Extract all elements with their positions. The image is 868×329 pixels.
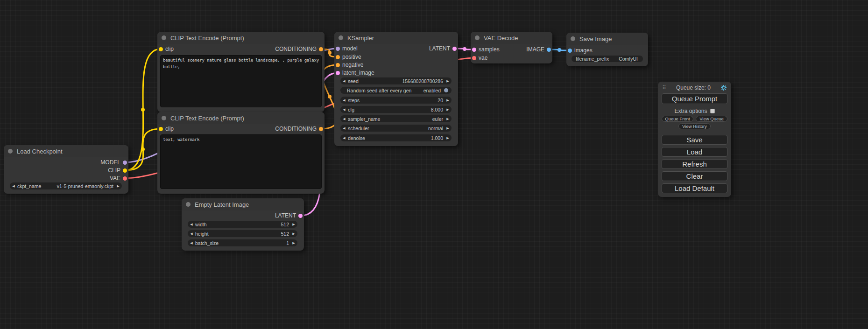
increment-arrow-icon[interactable]: ▶ xyxy=(114,182,122,189)
menu-header: ⠿ Queue size: 0 xyxy=(662,84,727,91)
node-title-bar[interactable]: KSampler xyxy=(334,32,458,44)
node-ksampler[interactable]: KSampler model LATENT positive negative … xyxy=(334,32,458,146)
input-port-images[interactable] xyxy=(568,49,572,53)
widget-cfg[interactable]: ◀ cfg 8.000 ▶ xyxy=(340,106,452,113)
output-port-latent[interactable] xyxy=(298,214,303,218)
increment-arrow-icon[interactable]: ▶ xyxy=(290,239,297,246)
queue-front-button[interactable]: Queue Front xyxy=(662,116,693,122)
decrement-arrow-icon[interactable]: ◀ xyxy=(188,221,195,228)
widget-seed[interactable]: ◀ seed 156680208700286 ▶ xyxy=(340,77,452,84)
increment-arrow-icon[interactable]: ▶ xyxy=(444,134,452,141)
input-port-latent-image[interactable] xyxy=(336,71,340,75)
decrement-arrow-icon[interactable]: ◀ xyxy=(340,115,348,122)
widget-steps[interactable]: ◀ steps 20 ▶ xyxy=(340,97,452,104)
output-port-vae[interactable] xyxy=(123,176,127,181)
widget-batch-size[interactable]: ◀ batch_size 1 ▶ xyxy=(188,239,297,246)
decrement-arrow-icon[interactable]: ◀ xyxy=(340,106,348,113)
decrement-arrow-icon[interactable]: ◀ xyxy=(188,230,195,237)
increment-arrow-icon[interactable]: ▶ xyxy=(444,97,452,104)
input-port-positive[interactable] xyxy=(336,55,340,59)
output-port-latent[interactable] xyxy=(452,47,457,51)
widget-ckpt-name[interactable]: ◀ ckpt_name v1-5-pruned-emaonly.ckpt ▶ xyxy=(10,182,122,189)
increment-arrow-icon[interactable]: ▶ xyxy=(290,230,297,237)
link-midpoint-dot xyxy=(463,47,466,51)
input-port-model[interactable] xyxy=(336,47,340,51)
node-vae-decode[interactable]: VAE Decode samples IMAGE vae xyxy=(471,32,552,63)
widget-width[interactable]: ◀ width 512 ▶ xyxy=(188,221,297,228)
load-button[interactable]: Load xyxy=(662,147,727,157)
refresh-button[interactable]: Refresh xyxy=(662,159,727,169)
input-port-vae[interactable] xyxy=(472,56,476,60)
prompt-textarea[interactable]: text, watermark xyxy=(160,134,322,189)
settings-gear-icon[interactable] xyxy=(720,84,727,91)
node-clip-text-encode-negative[interactable]: CLIP Text Encode (Prompt) clip CONDITION… xyxy=(157,112,325,194)
collapse-dot-icon[interactable] xyxy=(8,149,13,154)
widget-height[interactable]: ◀ height 512 ▶ xyxy=(188,230,297,237)
decrement-arrow-icon[interactable]: ◀ xyxy=(340,134,348,141)
node-graph-canvas[interactable]: Load Checkpoint MODEL CLIP VAE ◀ ckpt_na… xyxy=(0,0,868,329)
node-clip-text-encode-positive[interactable]: CLIP Text Encode (Prompt) clip CONDITION… xyxy=(157,32,325,112)
prompt-textarea[interactable]: beautiful scenery nature glass bottle la… xyxy=(160,55,322,107)
output-port-conditioning[interactable] xyxy=(319,127,323,131)
port-row: latent_image xyxy=(334,69,458,77)
increment-arrow-icon[interactable]: ▶ xyxy=(290,221,297,228)
collapse-dot-icon[interactable] xyxy=(186,202,191,207)
save-button[interactable]: Save xyxy=(662,135,727,145)
input-port-samples[interactable] xyxy=(472,48,476,52)
widget-label: ckpt_name xyxy=(17,183,41,189)
queue-prompt-button[interactable]: Queue Prompt xyxy=(662,93,727,104)
decrement-arrow-icon[interactable]: ◀ xyxy=(340,97,348,104)
widget-denoise[interactable]: ◀ denoise 1.000 ▶ xyxy=(340,134,452,141)
decrement-arrow-icon[interactable]: ◀ xyxy=(340,77,348,84)
decrement-arrow-icon[interactable]: ◀ xyxy=(10,182,17,189)
input-port-negative[interactable] xyxy=(336,63,340,67)
node-title: Save Image xyxy=(579,35,612,42)
increment-arrow-icon[interactable]: ▶ xyxy=(444,77,452,84)
output-label-conditioning: CONDITIONING xyxy=(275,126,317,132)
collapse-dot-icon[interactable] xyxy=(475,35,480,40)
increment-arrow-icon[interactable]: ▶ xyxy=(444,106,452,113)
port-row: model LATENT xyxy=(334,45,458,52)
output-port-image[interactable] xyxy=(547,48,551,52)
collapse-dot-icon[interactable] xyxy=(162,35,166,40)
node-load-checkpoint[interactable]: Load Checkpoint MODEL CLIP VAE ◀ ckpt_na… xyxy=(4,145,128,194)
input-port-clip[interactable] xyxy=(159,127,163,131)
node-title-bar[interactable]: CLIP Text Encode (Prompt) xyxy=(157,112,325,124)
link-midpoint-dot xyxy=(328,51,332,55)
decrement-arrow-icon[interactable]: ◀ xyxy=(340,125,348,132)
increment-arrow-icon[interactable]: ▶ xyxy=(444,115,452,122)
widget-sampler-name[interactable]: ◀ sampler_name euler ▶ xyxy=(340,115,452,122)
node-title-bar[interactable]: Save Image xyxy=(566,33,648,45)
node-save-image[interactable]: Save Image images filename_prefix ComfyU… xyxy=(566,33,648,66)
collapse-dot-icon[interactable] xyxy=(162,116,166,120)
clear-button[interactable]: Clear xyxy=(662,171,727,181)
node-title: Load Checkpoint xyxy=(17,148,63,155)
load-default-button[interactable]: Load Default xyxy=(662,183,727,193)
collapse-dot-icon[interactable] xyxy=(339,35,343,40)
node-empty-latent-image[interactable]: Empty Latent Image LATENT ◀ width 512 ▶ … xyxy=(182,198,304,251)
node-title-bar[interactable]: Empty Latent Image xyxy=(182,198,304,210)
output-port-model[interactable] xyxy=(123,161,127,165)
widget-value: 20 xyxy=(360,98,443,103)
collapse-dot-icon[interactable] xyxy=(571,36,575,41)
drag-handle-icon[interactable]: ⠿ xyxy=(662,84,666,91)
node-title-bar[interactable]: Load Checkpoint xyxy=(4,145,128,157)
extra-options-checkbox[interactable] xyxy=(710,109,715,113)
node-title-bar[interactable]: VAE Decode xyxy=(471,32,552,44)
link-midpoint-dot xyxy=(328,95,332,98)
widget-scheduler[interactable]: ◀ scheduler normal ▶ xyxy=(340,125,452,132)
increment-arrow-icon[interactable]: ▶ xyxy=(444,125,452,132)
input-port-clip[interactable] xyxy=(159,47,163,51)
output-port-clip[interactable] xyxy=(123,168,127,173)
view-queue-button[interactable]: View Queue xyxy=(696,116,727,122)
toggle-indicator-icon[interactable] xyxy=(444,88,448,92)
widget-random-seed-toggle[interactable]: Random seed after every gen enabled xyxy=(340,87,452,94)
output-port-conditioning[interactable] xyxy=(319,47,323,51)
input-label-images: images xyxy=(574,47,593,54)
view-history-button[interactable]: View History xyxy=(678,123,711,129)
widget-value: enabled xyxy=(423,88,441,93)
port-row: images xyxy=(566,47,648,54)
node-title-bar[interactable]: CLIP Text Encode (Prompt) xyxy=(157,32,325,44)
widget-filename-prefix[interactable]: filename_prefix ComfyUI xyxy=(572,56,643,62)
decrement-arrow-icon[interactable]: ◀ xyxy=(188,239,195,246)
